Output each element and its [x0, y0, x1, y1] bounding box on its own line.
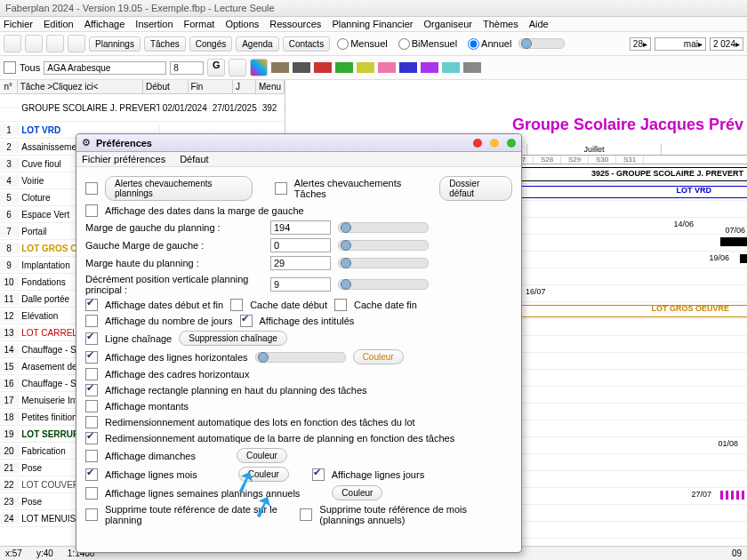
slider-marge-g[interactable]	[338, 222, 429, 233]
project-title: Groupe Scolaire Jacques Prév	[512, 116, 743, 134]
toolbar-format: Tous AGA Arabesque 8 G	[0, 56, 747, 80]
menu-aide[interactable]: Aide	[529, 19, 549, 29]
maximize-icon[interactable]	[507, 139, 516, 148]
slider-decrem[interactable]	[338, 279, 429, 290]
menu-edition[interactable]: Edition	[44, 19, 74, 29]
swatch[interactable]	[378, 62, 396, 73]
toolbar-main: Plannings Tâches Congés Agenda Contacts …	[0, 32, 747, 56]
zoom-slider[interactable]	[518, 38, 565, 49]
chk-suppr-ref[interactable]	[85, 508, 98, 521]
chk-alert-tache[interactable]	[275, 182, 287, 195]
btn-couleur-mois[interactable]: Couleur	[238, 467, 289, 482]
preferences-dialog: ⚙Préférences Fichier préférencesDéfaut A…	[76, 133, 522, 553]
delete-icon[interactable]	[46, 35, 64, 52]
save-icon[interactable]	[25, 35, 43, 52]
swatch[interactable]	[463, 62, 481, 73]
btn-suppr-ch[interactable]: Suppression chaînage	[179, 331, 287, 346]
menu-themes[interactable]: Thèmes	[483, 19, 518, 29]
radio-annuel[interactable]	[468, 38, 479, 50]
chk-redim2[interactable]	[85, 432, 98, 444]
chk-alert-plan[interactable]	[85, 182, 98, 195]
chk-aff-dates[interactable]	[85, 204, 98, 217]
swatch[interactable]	[293, 62, 310, 73]
chk-cache-deb[interactable]	[230, 299, 243, 311]
minimize-icon[interactable]	[490, 139, 499, 148]
chk-nb-jours[interactable]	[85, 315, 98, 327]
chk-dimanches[interactable]	[85, 450, 98, 462]
chk-lignes-sem[interactable]	[85, 487, 98, 500]
slider-gauche-m[interactable]	[338, 240, 429, 251]
menu-bar: FichierEditionAffichageInsertionFormatOp…	[0, 17, 747, 32]
gear-icon: ⚙	[82, 137, 91, 148]
swatch[interactable]	[271, 62, 289, 73]
radio-mensuel[interactable]	[337, 38, 349, 50]
swatch[interactable]	[399, 62, 417, 73]
input-marge-h[interactable]: 29	[270, 256, 331, 270]
btn-couleur-sem[interactable]: Couleur	[332, 485, 382, 500]
italic-icon[interactable]	[229, 59, 246, 76]
close-icon[interactable]	[473, 139, 482, 148]
palette-icon[interactable]	[250, 59, 268, 76]
col-tache[interactable]: Tâche >Cliquez ici<	[18, 80, 143, 93]
menu-options[interactable]: Options	[225, 19, 259, 29]
input-decrem[interactable]: 9	[270, 277, 331, 292]
input-marge-g[interactable]: 194	[270, 220, 331, 235]
chk-deb-fin[interactable]	[85, 299, 98, 311]
menu-affichage[interactable]: Affichage	[84, 19, 125, 29]
chk-redim1[interactable]	[85, 416, 98, 428]
menu-fichier[interactable]: Fichier	[4, 19, 33, 29]
chk-ligne-ch[interactable]	[85, 332, 98, 345]
swatch[interactable]	[335, 62, 353, 73]
chk-lh[interactable]	[85, 351, 98, 364]
slider-marge-h[interactable]	[338, 258, 429, 268]
btn-dossier[interactable]: Dossier défaut	[439, 176, 512, 201]
title-bar: Faberplan 2024 - Version 19.05 - Exemple…	[0, 0, 747, 17]
font-combo[interactable]: AGA Arabesque	[44, 61, 166, 75]
folder-icon[interactable]	[4, 35, 21, 52]
menu-defaut[interactable]: Défaut	[180, 154, 208, 164]
radio-bimensuel[interactable]	[398, 38, 410, 50]
menu-file-pref[interactable]: Fichier préférences	[82, 154, 165, 164]
swatch[interactable]	[357, 62, 374, 73]
menu-organiseur[interactable]: Organiseur	[424, 19, 472, 29]
tab-contacts[interactable]: Contacts	[283, 36, 330, 52]
menu-ressources[interactable]: Ressources	[269, 19, 321, 29]
swatch[interactable]	[421, 62, 438, 73]
chk-lignes-jours[interactable]	[312, 468, 325, 481]
date-month[interactable]: mai▸	[655, 37, 706, 51]
font-size[interactable]: 8	[170, 61, 204, 75]
btn-couleur-lh[interactable]: Couleur	[353, 349, 404, 364]
date-year[interactable]: 2 024▸	[710, 37, 743, 51]
slider-lh[interactable]	[255, 352, 346, 363]
date-day[interactable]: 28▸	[630, 37, 651, 51]
chk-montants[interactable]	[85, 400, 98, 412]
table-row[interactable]: GROUPE SCOLAIRE J. PREVERT02/01/202427/0…	[0, 94, 285, 122]
bold-icon[interactable]: G	[207, 59, 225, 76]
swatch[interactable]	[314, 62, 332, 73]
input-gauche-m[interactable]: 0	[270, 238, 331, 252]
chk-suppr-ref-mois[interactable]	[300, 508, 312, 521]
tab-conges[interactable]: Congés	[189, 36, 232, 52]
btn-alert-plan[interactable]: Alertes chevauchements plannings	[105, 176, 253, 201]
chk-lignes-mois[interactable]	[85, 468, 98, 481]
dialog-title: Préférences	[96, 138, 152, 148]
chk-intitules[interactable]	[240, 315, 253, 327]
swatch[interactable]	[442, 62, 460, 73]
chk-tous[interactable]	[4, 61, 16, 74]
print-icon[interactable]	[68, 35, 85, 52]
tab-agenda[interactable]: Agenda	[236, 36, 278, 52]
chk-cache-fin[interactable]	[334, 299, 347, 311]
chk-ch[interactable]	[85, 368, 98, 380]
btn-couleur-dim[interactable]: Couleur	[237, 448, 287, 463]
chk-rect[interactable]	[85, 384, 98, 396]
menu-format[interactable]: Format	[184, 19, 215, 29]
tab-taches[interactable]: Tâches	[144, 36, 186, 52]
menu-insertion[interactable]: Insertion	[135, 19, 173, 29]
tab-plannings[interactable]: Plannings	[89, 36, 141, 52]
menu-financier[interactable]: Planning Financier	[332, 19, 413, 29]
